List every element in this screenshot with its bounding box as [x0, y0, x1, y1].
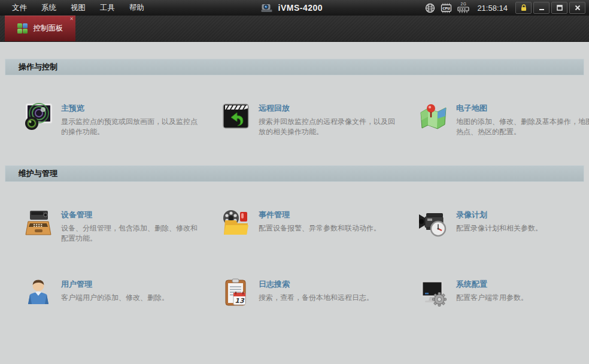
module-text: 系统配置 配置客户端常用参数。: [456, 277, 528, 303]
module-text: 远程回放 搜索并回放监控点的远程录像文件，以及回放的相关操作功能。: [259, 101, 400, 138]
main-preview-icon: [23, 101, 54, 132]
emap-icon: [418, 101, 449, 132]
module-title: 系统配置: [456, 279, 528, 290]
module-desc: 配置录像计划和相关参数。: [456, 223, 542, 233]
log-search-icon: 13: [220, 277, 251, 308]
module-desc: 设备、分组管理，包含添加、删除、修改和配置功能。: [61, 223, 202, 244]
tab-bar: ✕ 控制面板: [0, 16, 589, 42]
app-title: iVMS-4200: [260, 2, 323, 13]
section-header-maintenance: 维护与管理: [5, 165, 584, 182]
remote-playback-icon: [220, 101, 251, 132]
module-text: 日志搜索 搜索，查看，备份本地和远程日志。: [259, 277, 374, 303]
menu-system[interactable]: 系统: [35, 1, 62, 16]
titlebar-right: CPU 2G 21:58:14: [425, 0, 585, 16]
clock: 21:58:14: [477, 4, 508, 13]
section-header-operation: 操作与控制: [5, 59, 584, 75]
module-desc: 搜索，查看，备份本地和远程日志。: [259, 293, 374, 303]
system-config-icon: [418, 277, 449, 308]
module-text: 事件管理 配置设备报警、异常参数和联动动作。: [259, 207, 381, 233]
control-panel-icon: [17, 23, 28, 34]
module-event-management[interactable]: 事件管理 配置设备报警、异常参数和联动动作。: [220, 207, 400, 244]
minimize-button[interactable]: [533, 2, 549, 14]
device-management-icon: [23, 207, 54, 238]
module-title: 用户管理: [61, 279, 169, 290]
lock-icon: [521, 4, 527, 11]
module-recording-schedule[interactable]: 录像计划 配置录像计划和相关参数。: [418, 207, 589, 244]
tab-label: 控制面板: [34, 23, 63, 34]
module-desc: 显示监控点的预览或回放画面，以及监控点的操作功能。: [61, 117, 202, 138]
module-emap[interactable]: 电子地图 地图的添加、修改、删除及基本操作，地图热点、热区的配置。: [418, 101, 589, 138]
close-button[interactable]: [569, 2, 585, 14]
close-icon: [575, 5, 581, 11]
maximize-button[interactable]: [551, 2, 567, 14]
module-desc: 客户端用户的添加、修改、删除。: [61, 293, 169, 303]
section-maintenance-items: 设备管理 设备、分组管理，包含添加、删除、修改和配置功能。 事件管理 配置设备报…: [0, 182, 589, 335]
module-text: 用户管理 客户端用户的添加、修改、删除。: [61, 277, 169, 303]
module-title: 主预览: [61, 103, 202, 114]
event-management-icon: [220, 207, 251, 238]
network-usage-icon[interactable]: 2G: [457, 2, 469, 13]
module-title: 录像计划: [456, 210, 542, 220]
module-title: 电子地图: [456, 103, 589, 114]
module-title: 设备管理: [61, 210, 202, 220]
module-title: 日志搜索: [259, 279, 374, 290]
section-operation-items: 主预览 显示监控点的预览或回放画面，以及监控点的操作功能。 远程回放: [0, 75, 589, 165]
module-system-config[interactable]: 系统配置 配置客户端常用参数。: [418, 277, 589, 308]
title-bar: 文件 系统 视图 工具 帮助 iVMS-4200: [0, 0, 589, 16]
menu-view[interactable]: 视图: [65, 1, 92, 16]
module-main-preview[interactable]: 主预览 显示监控点的预览或回放画面，以及监控点的操作功能。: [23, 101, 202, 138]
module-log-search[interactable]: 13 日志搜索 搜索，查看，备份本地和远程日志。: [220, 277, 400, 308]
user-management-icon: [23, 277, 54, 308]
module-text: 录像计划 配置录像计划和相关参数。: [456, 207, 542, 233]
module-desc: 地图的添加、修改、删除及基本操作，地图热点、热区的配置。: [456, 117, 589, 138]
cpu-usage-icon[interactable]: CPU: [441, 3, 452, 13]
menu-tools[interactable]: 工具: [94, 1, 121, 16]
menu-bar: 文件 系统 视图 工具 帮助: [0, 1, 150, 16]
module-desc: 配置设备报警、异常参数和联动动作。: [259, 223, 381, 233]
tab-control-panel[interactable]: ✕ 控制面板: [5, 16, 75, 41]
app-logo-icon: [260, 2, 273, 13]
module-title: 远程回放: [259, 103, 400, 114]
window-buttons: [515, 2, 585, 14]
module-desc: 搜索并回放监控点的远程录像文件，以及回放的相关操作功能。: [259, 117, 400, 138]
menu-file[interactable]: 文件: [6, 1, 33, 16]
module-device-management[interactable]: 设备管理 设备、分组管理，包含添加、删除、修改和配置功能。: [23, 207, 202, 244]
section-title: 操作与控制: [19, 62, 57, 72]
app-title-text: iVMS-4200: [278, 3, 323, 13]
module-user-management[interactable]: 用户管理 客户端用户的添加、修改、删除。: [23, 277, 202, 308]
menu-help[interactable]: 帮助: [123, 1, 150, 16]
module-text: 主预览 显示监控点的预览或回放画面，以及监控点的操作功能。: [61, 101, 202, 138]
module-text: 设备管理 设备、分组管理，包含添加、删除、修改和配置功能。: [61, 207, 202, 244]
module-desc: 配置客户端常用参数。: [456, 293, 528, 303]
section-title: 维护与管理: [19, 168, 57, 179]
control-panel-page: 操作与控制 主预览 显示监控点的预览或回放画面，以及监控点的操作功能。: [0, 42, 589, 335]
tab-close-icon[interactable]: ✕: [69, 16, 74, 22]
module-text: 电子地图 地图的添加、修改、删除及基本操作，地图热点、热区的配置。: [456, 101, 589, 138]
recording-schedule-icon: [418, 207, 449, 238]
minimize-icon: [539, 5, 545, 11]
globe-icon[interactable]: [425, 3, 435, 13]
calendar-day-text: 13: [235, 297, 245, 305]
module-title: 事件管理: [259, 210, 381, 220]
module-remote-playback[interactable]: 远程回放 搜索并回放监控点的远程录像文件，以及回放的相关操作功能。: [220, 101, 400, 138]
lock-button[interactable]: [515, 2, 532, 14]
maximize-icon: [557, 5, 563, 11]
svg-text:CPU: CPU: [443, 7, 451, 10]
